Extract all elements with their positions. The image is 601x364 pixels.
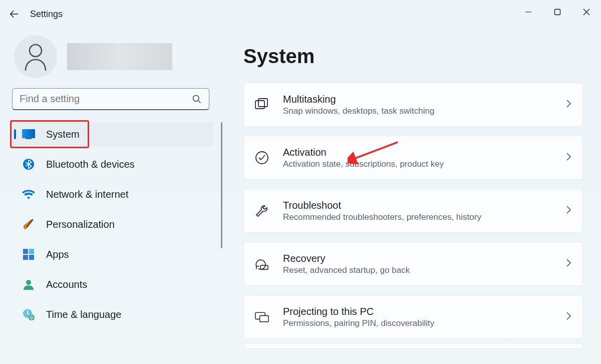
maximize-button[interactable] bbox=[543, 0, 572, 24]
svg-rect-10 bbox=[29, 255, 34, 260]
card-activation[interactable]: Activation Activation state, subscriptio… bbox=[243, 136, 583, 180]
wrench-icon bbox=[255, 204, 269, 218]
card-recovery[interactable]: Recovery Reset, advanced startup, go bac… bbox=[243, 242, 583, 286]
svg-rect-15 bbox=[258, 99, 267, 107]
card-subtitle: Activation state, subscriptions, product… bbox=[283, 159, 551, 169]
close-button[interactable] bbox=[572, 0, 601, 24]
svg-rect-7 bbox=[23, 249, 28, 254]
chevron-right-icon bbox=[565, 258, 571, 269]
card-subtitle: Reset, advanced startup, go back bbox=[283, 265, 551, 275]
chevron-right-icon bbox=[565, 205, 571, 216]
card-partial-next[interactable] bbox=[243, 343, 583, 349]
profile-block[interactable] bbox=[12, 35, 225, 78]
svg-rect-9 bbox=[23, 255, 28, 260]
bluetooth-icon bbox=[22, 158, 35, 171]
card-troubleshoot[interactable]: Troubleshoot Recommended troubleshooters… bbox=[243, 189, 583, 233]
card-title: Troubleshoot bbox=[283, 200, 551, 211]
sidebar-item-accounts[interactable]: Accounts bbox=[12, 272, 213, 296]
card-title: Projecting to this PC bbox=[283, 306, 551, 317]
svg-rect-4 bbox=[22, 129, 35, 138]
search-input[interactable] bbox=[20, 93, 180, 105]
card-title: Recovery bbox=[283, 253, 551, 264]
sidebar: System Bluetooth & devices Network & int… bbox=[0, 35, 225, 364]
apps-icon bbox=[22, 248, 35, 261]
svg-rect-8 bbox=[29, 249, 34, 254]
card-title: Activation bbox=[283, 147, 551, 158]
sidebar-item-time-language[interactable]: Time & language bbox=[12, 302, 213, 326]
maximize-icon bbox=[554, 9, 561, 16]
sidebar-item-label: Time & language bbox=[46, 309, 121, 320]
card-multitasking[interactable]: Multitasking Snap windows, desktops, tas… bbox=[243, 83, 583, 127]
wifi-icon bbox=[22, 188, 35, 201]
accounts-icon bbox=[22, 278, 35, 291]
svg-rect-0 bbox=[555, 10, 560, 15]
check-circle-icon bbox=[255, 151, 269, 165]
chevron-right-icon bbox=[565, 311, 571, 322]
card-subtitle: Permissions, pairing PIN, discoverabilit… bbox=[283, 318, 551, 328]
sidebar-item-label: Bluetooth & devices bbox=[46, 159, 135, 170]
svg-rect-5 bbox=[26, 138, 32, 139]
card-text: Activation Activation state, subscriptio… bbox=[283, 147, 551, 169]
card-text: Recovery Reset, advanced startup, go bac… bbox=[283, 253, 551, 275]
main-content: System Multitasking Snap windows, deskto… bbox=[243, 45, 583, 364]
selection-indicator bbox=[14, 129, 16, 139]
scrollbar-thumb[interactable] bbox=[221, 122, 222, 248]
sidebar-item-system[interactable]: System bbox=[12, 122, 213, 146]
svg-rect-19 bbox=[260, 315, 269, 321]
svg-point-2 bbox=[193, 95, 199, 101]
card-projecting[interactable]: Projecting to this PC Permissions, pairi… bbox=[243, 295, 583, 339]
paintbrush-icon bbox=[22, 218, 35, 231]
svg-point-16 bbox=[256, 152, 268, 164]
close-icon bbox=[583, 9, 590, 16]
sidebar-item-bluetooth[interactable]: Bluetooth & devices bbox=[12, 152, 213, 176]
svg-rect-14 bbox=[255, 101, 264, 109]
card-text: Multitasking Snap windows, desktops, tas… bbox=[283, 94, 551, 116]
sidebar-item-apps[interactable]: Apps bbox=[12, 242, 213, 266]
back-button[interactable] bbox=[0, 0, 28, 28]
display-icon bbox=[22, 128, 35, 141]
chevron-right-icon bbox=[565, 99, 571, 110]
minimize-icon bbox=[525, 9, 532, 16]
sidebar-item-label: Apps bbox=[46, 249, 69, 260]
sidebar-item-personalization[interactable]: Personalization bbox=[12, 212, 213, 236]
recovery-icon bbox=[255, 257, 269, 270]
sidebar-item-label: Personalization bbox=[46, 219, 115, 230]
chevron-right-icon bbox=[565, 152, 571, 163]
sidebar-item-network[interactable]: Network & internet bbox=[12, 182, 213, 206]
page-title: System bbox=[243, 45, 583, 68]
multitasking-icon bbox=[255, 98, 269, 111]
profile-name-redacted bbox=[67, 43, 172, 70]
card-subtitle: Snap windows, desktops, task switching bbox=[283, 106, 551, 116]
window-controls bbox=[514, 0, 601, 24]
arrow-left-icon bbox=[9, 9, 20, 20]
nav-list: System Bluetooth & devices Network & int… bbox=[12, 122, 225, 326]
card-text: Projecting to this PC Permissions, pairi… bbox=[283, 306, 551, 328]
card-subtitle: Recommended troubleshooters, preferences… bbox=[283, 212, 551, 222]
sidebar-item-label: Accounts bbox=[46, 279, 87, 290]
person-icon bbox=[23, 43, 48, 71]
svg-point-1 bbox=[30, 45, 42, 57]
minimize-button[interactable] bbox=[514, 0, 543, 24]
app-title: Settings bbox=[30, 9, 63, 20]
svg-point-11 bbox=[26, 280, 31, 285]
titlebar: Settings bbox=[0, 0, 601, 28]
search-icon bbox=[192, 94, 202, 104]
avatar bbox=[14, 35, 57, 78]
projecting-icon bbox=[255, 310, 269, 323]
card-title: Multitasking bbox=[283, 94, 551, 105]
sidebar-item-label: Network & internet bbox=[46, 189, 129, 200]
search-box[interactable] bbox=[12, 88, 209, 110]
card-text: Troubleshoot Recommended troubleshooters… bbox=[283, 200, 551, 222]
clock-globe-icon bbox=[22, 308, 35, 321]
sidebar-item-label: System bbox=[46, 129, 80, 140]
